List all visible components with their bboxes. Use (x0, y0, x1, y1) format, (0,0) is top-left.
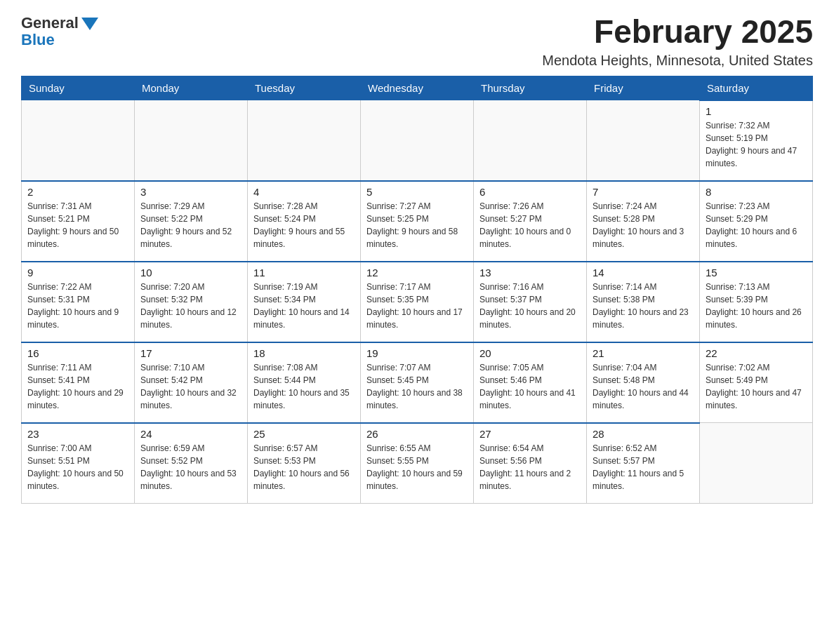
calendar-cell: 13Sunrise: 7:16 AMSunset: 5:37 PMDayligh… (474, 262, 587, 342)
day-number: 14 (593, 267, 694, 279)
day-info: Sunrise: 7:10 AMSunset: 5:42 PMDaylight:… (140, 361, 241, 412)
calendar-cell: 3Sunrise: 7:29 AMSunset: 5:22 PMDaylight… (135, 181, 248, 262)
day-info: Sunrise: 7:23 AMSunset: 5:29 PMDaylight:… (706, 200, 807, 250)
day-info: Sunrise: 7:16 AMSunset: 5:37 PMDaylight:… (479, 281, 581, 331)
calendar-week-5: 23Sunrise: 7:00 AMSunset: 5:51 PMDayligh… (22, 423, 813, 504)
calendar-header-row: SundayMondayTuesdayWednesdayThursdayFrid… (22, 76, 813, 100)
day-info: Sunrise: 6:52 AMSunset: 5:57 PMDaylight:… (593, 442, 694, 492)
calendar-header-thursday: Thursday (474, 76, 587, 100)
calendar-cell: 15Sunrise: 7:13 AMSunset: 5:39 PMDayligh… (700, 262, 813, 342)
day-info: Sunrise: 7:24 AMSunset: 5:28 PMDaylight:… (593, 200, 694, 250)
day-info: Sunrise: 7:11 AMSunset: 5:41 PMDaylight:… (27, 361, 128, 412)
day-number: 23 (27, 428, 128, 440)
day-number: 16 (27, 347, 128, 359)
calendar-cell: 23Sunrise: 7:00 AMSunset: 5:51 PMDayligh… (22, 423, 135, 504)
day-number: 22 (706, 347, 807, 359)
calendar-table: SundayMondayTuesdayWednesdayThursdayFrid… (21, 76, 813, 504)
calendar-week-3: 9Sunrise: 7:22 AMSunset: 5:31 PMDaylight… (22, 262, 813, 342)
calendar-header-saturday: Saturday (700, 76, 813, 100)
location-title: Mendota Heights, Minnesota, United State… (542, 53, 813, 69)
day-info: Sunrise: 7:27 AMSunset: 5:25 PMDaylight:… (366, 200, 468, 250)
day-number: 6 (479, 186, 581, 198)
day-number: 27 (479, 428, 581, 440)
month-title: February 2025 (542, 14, 813, 50)
calendar-cell: 1Sunrise: 7:32 AMSunset: 5:19 PMDaylight… (700, 100, 813, 181)
day-info: Sunrise: 7:17 AMSunset: 5:35 PMDaylight:… (366, 281, 468, 331)
day-info: Sunrise: 6:54 AMSunset: 5:56 PMDaylight:… (479, 442, 581, 492)
day-info: Sunrise: 7:07 AMSunset: 5:45 PMDaylight:… (366, 361, 468, 412)
calendar-cell: 22Sunrise: 7:02 AMSunset: 5:49 PMDayligh… (700, 342, 813, 423)
calendar-cell: 19Sunrise: 7:07 AMSunset: 5:45 PMDayligh… (361, 342, 474, 423)
calendar-cell (700, 423, 813, 504)
calendar-header-monday: Monday (135, 76, 248, 100)
day-info: Sunrise: 7:00 AMSunset: 5:51 PMDaylight:… (27, 442, 128, 492)
day-info: Sunrise: 7:14 AMSunset: 5:38 PMDaylight:… (593, 281, 694, 331)
calendar-cell: 24Sunrise: 6:59 AMSunset: 5:52 PMDayligh… (135, 423, 248, 504)
day-number: 1 (706, 105, 807, 117)
day-info: Sunrise: 7:13 AMSunset: 5:39 PMDaylight:… (706, 281, 807, 331)
day-number: 10 (140, 267, 241, 279)
calendar-cell: 16Sunrise: 7:11 AMSunset: 5:41 PMDayligh… (22, 342, 135, 423)
day-number: 19 (366, 347, 468, 359)
calendar-cell (474, 100, 587, 181)
calendar-header-friday: Friday (587, 76, 700, 100)
calendar-header-wednesday: Wednesday (361, 76, 474, 100)
day-number: 17 (140, 347, 241, 359)
day-number: 4 (253, 186, 355, 198)
day-number: 11 (253, 267, 355, 279)
day-info: Sunrise: 7:29 AMSunset: 5:22 PMDaylight:… (140, 200, 241, 250)
calendar-cell (587, 100, 700, 181)
calendar-cell: 18Sunrise: 7:08 AMSunset: 5:44 PMDayligh… (248, 342, 361, 423)
calendar-cell: 17Sunrise: 7:10 AMSunset: 5:42 PMDayligh… (135, 342, 248, 423)
calendar-cell: 8Sunrise: 7:23 AMSunset: 5:29 PMDaylight… (700, 181, 813, 262)
calendar-header-sunday: Sunday (22, 76, 135, 100)
day-info: Sunrise: 7:19 AMSunset: 5:34 PMDaylight:… (253, 281, 355, 331)
day-info: Sunrise: 7:02 AMSunset: 5:49 PMDaylight:… (706, 361, 807, 412)
calendar-cell: 2Sunrise: 7:31 AMSunset: 5:21 PMDaylight… (22, 181, 135, 262)
day-info: Sunrise: 7:08 AMSunset: 5:44 PMDaylight:… (253, 361, 355, 412)
day-info: Sunrise: 6:55 AMSunset: 5:55 PMDaylight:… (366, 442, 468, 492)
calendar-cell: 5Sunrise: 7:27 AMSunset: 5:25 PMDaylight… (361, 181, 474, 262)
day-number: 2 (27, 186, 128, 198)
day-info: Sunrise: 6:57 AMSunset: 5:53 PMDaylight:… (253, 442, 355, 492)
day-info: Sunrise: 6:59 AMSunset: 5:52 PMDaylight:… (140, 442, 241, 492)
calendar-cell: 6Sunrise: 7:26 AMSunset: 5:27 PMDaylight… (474, 181, 587, 262)
calendar-cell (248, 100, 361, 181)
day-number: 13 (479, 267, 581, 279)
calendar-cell (22, 100, 135, 181)
logo-blue-text: Blue (21, 31, 55, 49)
calendar-header-tuesday: Tuesday (248, 76, 361, 100)
calendar-cell: 11Sunrise: 7:19 AMSunset: 5:34 PMDayligh… (248, 262, 361, 342)
day-number: 18 (253, 347, 355, 359)
day-number: 9 (27, 267, 128, 279)
calendar-cell: 14Sunrise: 7:14 AMSunset: 5:38 PMDayligh… (587, 262, 700, 342)
calendar-cell: 4Sunrise: 7:28 AMSunset: 5:24 PMDaylight… (248, 181, 361, 262)
day-number: 15 (706, 267, 807, 279)
day-number: 20 (479, 347, 581, 359)
day-number: 25 (253, 428, 355, 440)
calendar-week-2: 2Sunrise: 7:31 AMSunset: 5:21 PMDaylight… (22, 181, 813, 262)
day-number: 12 (366, 267, 468, 279)
day-info: Sunrise: 7:32 AMSunset: 5:19 PMDaylight:… (706, 119, 807, 170)
day-number: 24 (140, 428, 241, 440)
day-number: 26 (366, 428, 468, 440)
calendar-cell: 25Sunrise: 6:57 AMSunset: 5:53 PMDayligh… (248, 423, 361, 504)
calendar-cell (361, 100, 474, 181)
calendar-cell: 12Sunrise: 7:17 AMSunset: 5:35 PMDayligh… (361, 262, 474, 342)
day-info: Sunrise: 7:26 AMSunset: 5:27 PMDaylight:… (479, 200, 581, 250)
day-number: 28 (593, 428, 694, 440)
day-number: 21 (593, 347, 694, 359)
calendar-cell: 26Sunrise: 6:55 AMSunset: 5:55 PMDayligh… (361, 423, 474, 504)
calendar-cell: 28Sunrise: 6:52 AMSunset: 5:57 PMDayligh… (587, 423, 700, 504)
logo-arrow-icon (81, 18, 98, 30)
calendar-cell (135, 100, 248, 181)
day-info: Sunrise: 7:28 AMSunset: 5:24 PMDaylight:… (253, 200, 355, 250)
logo: General Blue (21, 14, 98, 49)
calendar-cell: 10Sunrise: 7:20 AMSunset: 5:32 PMDayligh… (135, 262, 248, 342)
calendar-cell: 21Sunrise: 7:04 AMSunset: 5:48 PMDayligh… (587, 342, 700, 423)
calendar-week-4: 16Sunrise: 7:11 AMSunset: 5:41 PMDayligh… (22, 342, 813, 423)
day-info: Sunrise: 7:31 AMSunset: 5:21 PMDaylight:… (27, 200, 128, 250)
calendar-cell: 20Sunrise: 7:05 AMSunset: 5:46 PMDayligh… (474, 342, 587, 423)
day-info: Sunrise: 7:05 AMSunset: 5:46 PMDaylight:… (479, 361, 581, 412)
day-info: Sunrise: 7:22 AMSunset: 5:31 PMDaylight:… (27, 281, 128, 331)
